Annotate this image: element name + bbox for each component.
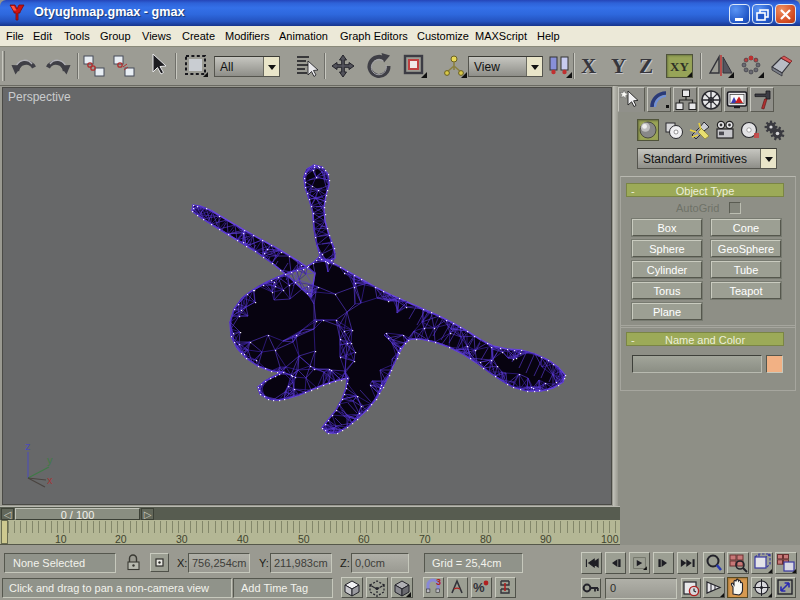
svg-text:Y: Y [611, 54, 626, 78]
svg-text:X: X [581, 54, 596, 78]
svg-text:z: z [25, 440, 31, 452]
svg-text:Z: Z [639, 54, 653, 78]
svg-text:%: % [473, 580, 485, 595]
svg-text:y: y [47, 454, 53, 466]
svg-text:3: 3 [436, 577, 441, 587]
svg-text:x: x [47, 474, 53, 486]
svg-text:XY: XY [670, 59, 689, 74]
